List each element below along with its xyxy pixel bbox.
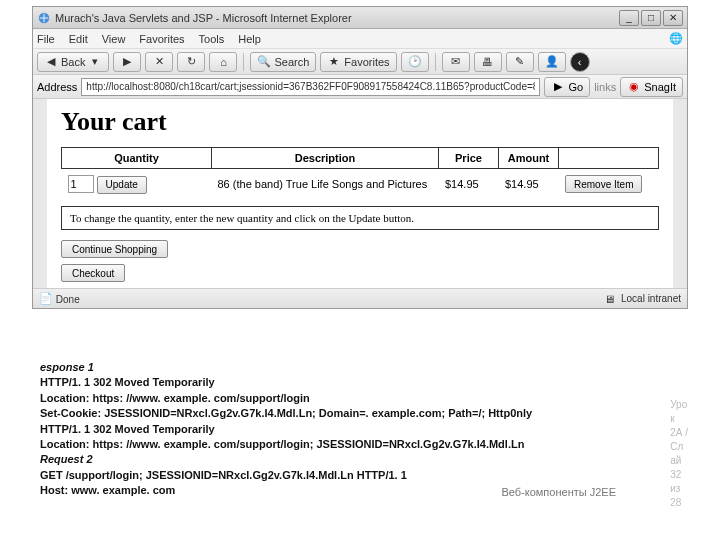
- mail-icon: ✉: [449, 55, 463, 69]
- cell-amount: $14.95: [499, 169, 559, 200]
- star-icon: ★: [327, 55, 341, 69]
- quantity-input[interactable]: [68, 175, 94, 193]
- forward-icon: ▶: [120, 55, 134, 69]
- home-icon: ⌂: [216, 55, 230, 69]
- menu-favorites[interactable]: Favorites: [139, 33, 184, 45]
- col-price: Price: [439, 148, 499, 169]
- edit-icon: ✎: [513, 55, 527, 69]
- address-bar: Address ▶Go links ◉SnagIt: [33, 75, 687, 99]
- mail-button[interactable]: ✉: [442, 52, 470, 72]
- go-icon: ▶: [551, 80, 565, 94]
- search-icon: 🔍: [257, 55, 271, 69]
- menu-bar: File Edit View Favorites Tools Help 🌐: [33, 29, 687, 49]
- col-amount: Amount: [499, 148, 559, 169]
- http-line: HTTP/1. 1 302 Moved Temporarily: [40, 375, 680, 390]
- intranet-icon: 🖥: [603, 292, 617, 306]
- search-button[interactable]: 🔍Search: [250, 52, 316, 72]
- http-line: Set-Cookie: JSESSIONID=NRxcl.Gg2v.G7k.I4…: [40, 406, 680, 421]
- col-description: Description: [212, 148, 439, 169]
- toolbar: ◀Back▾ ▶ ✕ ↻ ⌂ 🔍Search ★Favorites 🕑 ✉ 🖶 …: [33, 49, 687, 75]
- toolbar-dark-button[interactable]: ‹: [570, 52, 590, 72]
- http-line: GET /support/login; JSESSIONID=NRxcl.Gg2…: [40, 468, 680, 483]
- menu-view[interactable]: View: [102, 33, 126, 45]
- messenger-button[interactable]: 👤: [538, 52, 566, 72]
- http-line: esponse 1: [40, 360, 680, 375]
- menu-edit[interactable]: Edit: [69, 33, 88, 45]
- minimize-button[interactable]: _: [619, 10, 639, 26]
- remove-button[interactable]: Remove Item: [565, 175, 642, 193]
- http-line: Location: https: //www. example. com/sup…: [40, 437, 680, 452]
- page-content: Your cart Quantity Description Price Amo…: [33, 99, 687, 288]
- update-button[interactable]: Update: [97, 176, 147, 194]
- cell-description: 86 (the band) True Life Songs and Pictur…: [212, 169, 439, 200]
- page-heading: Your cart: [61, 107, 659, 137]
- menu-tools[interactable]: Tools: [199, 33, 225, 45]
- print-icon: 🖶: [481, 55, 495, 69]
- footer-text: Веб-компоненты J2EE: [501, 486, 616, 498]
- cart-table: Quantity Description Price Amount Update…: [61, 147, 659, 200]
- go-button[interactable]: ▶Go: [544, 77, 590, 97]
- menu-file[interactable]: File: [37, 33, 55, 45]
- print-button[interactable]: 🖶: [474, 52, 502, 72]
- stop-icon: ✕: [152, 55, 166, 69]
- links-label[interactable]: links: [594, 81, 616, 93]
- address-input[interactable]: [81, 78, 540, 96]
- continue-shopping-button[interactable]: Continue Shopping: [61, 240, 168, 258]
- address-label: Address: [37, 81, 77, 93]
- instruction-note: To change the quantity, enter the new qu…: [61, 206, 659, 230]
- side-fragment: Урок2А /Слай32из28: [670, 398, 688, 510]
- snagit-icon: ◉: [627, 80, 641, 94]
- checkout-button[interactable]: Checkout: [61, 264, 125, 282]
- zone-text: Local intranet: [621, 293, 681, 304]
- cell-price: $14.95: [439, 169, 499, 200]
- window-title: Murach's Java Servlets and JSP - Microso…: [55, 12, 619, 24]
- col-quantity: Quantity: [62, 148, 212, 169]
- http-line: HTTP/1. 1 302 Moved Temporarily: [40, 422, 680, 437]
- snagit-button[interactable]: ◉SnagIt: [620, 77, 683, 97]
- back-icon: ◀: [44, 55, 58, 69]
- refresh-button[interactable]: ↻: [177, 52, 205, 72]
- status-text: Done: [56, 293, 80, 304]
- favorites-button[interactable]: ★Favorites: [320, 52, 396, 72]
- ie-icon: [37, 11, 51, 25]
- history-icon: 🕑: [408, 55, 422, 69]
- status-bar: 📄 Done 🖥Local intranet: [33, 288, 687, 308]
- history-button[interactable]: 🕑: [401, 52, 429, 72]
- close-button[interactable]: ✕: [663, 10, 683, 26]
- ie-logo-icon: 🌐: [669, 32, 683, 46]
- http-line: Request 2: [40, 452, 680, 467]
- menu-help[interactable]: Help: [238, 33, 261, 45]
- cart-row: Update 86 (the band) True Life Songs and…: [62, 169, 659, 200]
- http-line: Location: https: //www. example. com/sup…: [40, 391, 680, 406]
- refresh-icon: ↻: [184, 55, 198, 69]
- maximize-button[interactable]: □: [641, 10, 661, 26]
- chevron-down-icon: ▾: [88, 55, 102, 69]
- edit-button[interactable]: ✎: [506, 52, 534, 72]
- stop-button[interactable]: ✕: [145, 52, 173, 72]
- done-icon: 📄: [39, 292, 53, 306]
- messenger-icon: 👤: [545, 55, 559, 69]
- title-bar: Murach's Java Servlets and JSP - Microso…: [33, 7, 687, 29]
- home-button[interactable]: ⌂: [209, 52, 237, 72]
- forward-button[interactable]: ▶: [113, 52, 141, 72]
- back-button[interactable]: ◀Back▾: [37, 52, 109, 72]
- http-trace: esponse 1 HTTP/1. 1 302 Moved Temporaril…: [40, 360, 680, 499]
